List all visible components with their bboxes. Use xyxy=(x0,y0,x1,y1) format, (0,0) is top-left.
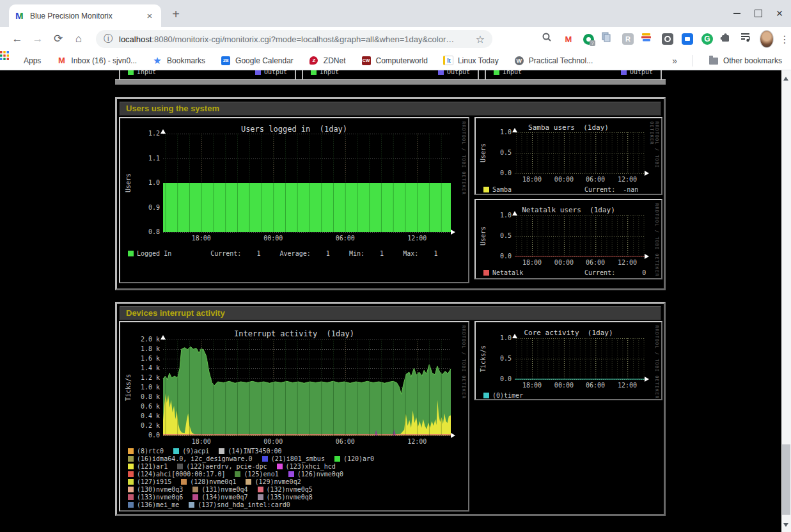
legend-label: (122)aerdrv, pcie-dpc xyxy=(186,463,267,470)
legend-item: (125)eno1 xyxy=(235,471,278,478)
legend-label: (128)nvme0q1 xyxy=(190,478,236,485)
legend-label: (14)INT3450:00 xyxy=(228,448,281,455)
legend-item: Netatalk xyxy=(483,269,523,276)
y-tick-label: 0.0 xyxy=(133,432,160,439)
bookmark-label: Inbox (16) - sjvn0... xyxy=(71,56,137,65)
tab-close-icon[interactable]: × xyxy=(145,10,155,21)
r-extension-icon[interactable]: R xyxy=(621,32,635,46)
bookmark-practical-technology[interactable]: W Practical Technol... xyxy=(514,56,593,66)
y-tick-label: 1.0 xyxy=(485,334,512,341)
legend-item: (129)nvme0q2 xyxy=(246,478,301,485)
scrollbar-thumb[interactable] xyxy=(782,444,790,515)
section-header-users: Users using the system xyxy=(120,102,661,116)
maximize-button[interactable] xyxy=(748,0,769,27)
y-tick-label: 0.0 xyxy=(485,375,512,382)
extensions-puzzle-icon[interactable] xyxy=(720,32,734,46)
books-extension-icon[interactable] xyxy=(641,32,655,46)
minimize-button[interactable] xyxy=(726,0,747,27)
legend-item: (133)nvme0q6 xyxy=(128,494,183,501)
new-tab-button[interactable]: + xyxy=(168,6,184,23)
legend-swatch xyxy=(192,494,198,500)
bookmark-bookmarks[interactable]: ★ Bookmarks xyxy=(152,56,205,66)
bookmark-zdnet[interactable]: Z ZDNet xyxy=(309,56,346,66)
bookmark-star-icon[interactable]: ☆ xyxy=(476,33,485,45)
home-button[interactable]: ⌂ xyxy=(69,27,88,51)
legend-item: (127)i915 xyxy=(128,478,171,485)
y-tick-label: 1.2 k xyxy=(133,374,160,381)
bookmark-inbox[interactable]: M Inbox (16) - sjvn0... xyxy=(56,56,137,66)
reload-button[interactable]: ⟳ xyxy=(49,27,68,51)
legend-label: (130)nvme0q3 xyxy=(137,486,183,493)
x-tick-label: 18:00 xyxy=(519,259,545,266)
legend-label: (132)nvme0q5 xyxy=(267,486,313,493)
vault-extension-icon[interactable] xyxy=(661,32,675,46)
legend-label: (21)i801_smbus xyxy=(271,455,325,462)
legend-item: (135)nvme0q8 xyxy=(258,494,313,501)
input-swatch xyxy=(128,70,134,75)
bookmark-label: Bookmarks xyxy=(167,56,205,65)
browser-menu-icon[interactable]: ⋮ xyxy=(779,33,787,45)
bookmark-google-calendar[interactable]: 28 Google Calendar xyxy=(221,56,294,66)
y-tick-label: 0.5 xyxy=(485,149,512,156)
x-tick-label: 12:00 xyxy=(615,176,640,183)
legend-label: (125)eno1 xyxy=(244,471,278,478)
scrollbar-down-icon[interactable] xyxy=(783,523,788,527)
legend-swatch xyxy=(277,464,283,469)
legend-swatch xyxy=(128,487,134,492)
y-tick-label: 0.6 k xyxy=(133,403,160,410)
gmail-icon: M xyxy=(56,56,67,66)
y-tick-label: 0.8 k xyxy=(133,393,160,400)
y-tick-label: 1.0 xyxy=(133,179,160,186)
grammarly-extension-icon[interactable]: G xyxy=(700,32,714,46)
folder-icon xyxy=(709,56,719,66)
legend-swatch xyxy=(258,487,263,492)
page-info-icon[interactable]: ⓘ xyxy=(104,33,113,45)
bookmark-computerworld[interactable]: CW Computerworld xyxy=(361,56,428,66)
legend-item: (8)rtc0 xyxy=(128,448,164,455)
legend-item: (126)nvme0q0 xyxy=(288,471,343,478)
playlist-extension-icon[interactable] xyxy=(740,32,754,46)
y-tick-label: 0.5 xyxy=(485,355,512,362)
legend-label: (121)ar1 xyxy=(137,463,168,470)
scrollbar-up-icon[interactable] xyxy=(783,77,788,81)
y-tick-label: 0.0 xyxy=(485,169,512,176)
bookmark-linux-today[interactable]: lt Linux Today xyxy=(443,56,499,66)
legend-swatch xyxy=(128,502,134,508)
bookmark-apps[interactable]: Apps xyxy=(9,56,41,66)
search-extension-icon[interactable] xyxy=(542,32,556,46)
copy-pages-extension-icon[interactable] xyxy=(601,32,615,46)
legend-row: (16)idma64.0, i2c_designware.0(21)i801_s… xyxy=(128,455,463,462)
url-text: localhost:8080/monitorix-cgi/monitorix.c… xyxy=(119,35,471,44)
legend-swatch xyxy=(128,494,134,500)
legend-item: (21)i801_smbus xyxy=(262,455,325,462)
x-tick-label: 18:00 xyxy=(189,438,214,445)
legend-label: (124)ahci[0000:00:17.0] xyxy=(137,471,225,478)
legend-item: (121)ar1 xyxy=(128,463,168,470)
browser-tab[interactable]: MM Blue Precision Monitorix × xyxy=(9,4,161,27)
other-bookmarks-button[interactable]: Other bookmarks xyxy=(709,56,782,66)
back-button[interactable]: ← xyxy=(8,27,27,51)
url-path: :8080/monitorix-cgi/monitorix.cgi?mode=l… xyxy=(152,35,454,44)
tab-title: Blue Precision Monitorix xyxy=(30,12,141,20)
input-label: Input xyxy=(137,70,156,75)
legend-row: (124)ahci[0000:00:17.0](125)eno1(126)nvm… xyxy=(128,471,463,478)
legend-row: (8)rtc0(9)acpi(14)INT3450:00 xyxy=(128,448,463,455)
forward-button[interactable]: → xyxy=(28,27,47,51)
close-button[interactable]: × xyxy=(769,0,790,27)
gmail-extension-icon[interactable]: M xyxy=(561,32,576,46)
legend-row: SambaCurrent: -nan xyxy=(483,186,656,193)
url-bar[interactable]: ⓘ localhost:8080/monitorix-cgi/monitorix… xyxy=(96,30,492,48)
meet-extension-icon[interactable] xyxy=(680,32,694,46)
legend-label: (131)nvme0q4 xyxy=(201,486,247,493)
y-tick-label: 2.0 k xyxy=(133,336,160,343)
x-tick-label: 12:00 xyxy=(615,259,640,266)
legend-row: (0)timer xyxy=(483,392,656,399)
legend-item: (131)nvme0q4 xyxy=(192,486,247,493)
voice-extension-icon[interactable]: ? xyxy=(581,32,595,46)
vertical-scrollbar[interactable] xyxy=(781,70,791,532)
profile-avatar[interactable] xyxy=(760,32,774,46)
legend-swatch xyxy=(483,187,489,192)
bookmarks-overflow-chevron[interactable]: » xyxy=(672,56,677,66)
legend-swatch xyxy=(334,456,340,462)
legend-label: Netatalk xyxy=(492,269,523,276)
